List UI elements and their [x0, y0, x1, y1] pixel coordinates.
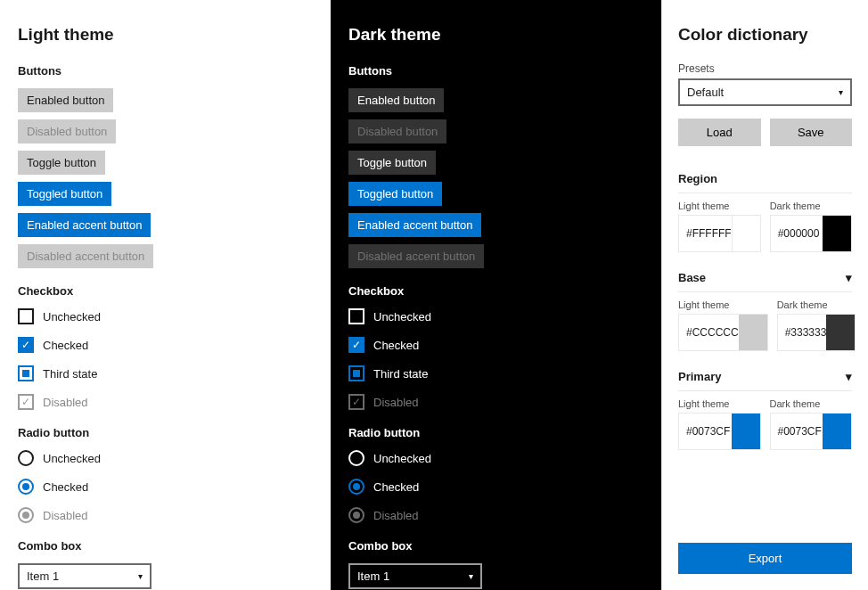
- radio-label: Checked: [43, 480, 88, 494]
- combo-value: Item 1: [27, 570, 59, 583]
- radio-icon: [18, 450, 34, 466]
- light-radio-label: Radio button: [18, 426, 313, 439]
- hex-value: #0073CF: [771, 414, 823, 449]
- radio-label: Unchecked: [43, 452, 101, 465]
- load-button[interactable]: Load: [678, 119, 761, 146]
- checkbox-third[interactable]: Third state: [18, 365, 313, 381]
- checkbox-box-icon: [18, 308, 34, 324]
- enabled-button[interactable]: Enabled button: [348, 88, 444, 112]
- group-region: Region ▾ Light theme #FFFFFF Dark theme …: [678, 164, 852, 254]
- toggled-button[interactable]: Toggled button: [18, 182, 111, 206]
- radio-checked[interactable]: Checked: [18, 479, 313, 495]
- export-button[interactable]: Export: [678, 543, 852, 574]
- hex-value: #000000: [771, 216, 823, 251]
- checkbox-label: Third state: [373, 367, 428, 381]
- group-base: Base ▾ Light theme #CCCCCC Dark theme #3…: [678, 263, 852, 353]
- checkbox-unchecked[interactable]: Unchecked: [18, 308, 313, 324]
- base-dark-swatch[interactable]: #333333: [777, 314, 856, 351]
- hex-value: #CCCCCC: [679, 315, 739, 350]
- radio-disabled: Disabled: [18, 507, 313, 523]
- checkbox-box-checked-icon: [18, 337, 34, 353]
- toggled-button[interactable]: Toggled button: [348, 182, 442, 206]
- enabled-accent-button[interactable]: Enabled accent button: [18, 213, 151, 237]
- enabled-accent-button[interactable]: Enabled accent button: [348, 213, 481, 237]
- light-title: Light theme: [18, 25, 313, 45]
- save-button[interactable]: Save: [770, 119, 853, 146]
- checkbox-disabled: Disabled: [18, 394, 313, 410]
- radio-unchecked[interactable]: Unchecked: [18, 450, 313, 466]
- checkbox-unchecked[interactable]: Unchecked: [348, 308, 643, 324]
- disabled-button: Disabled button: [18, 119, 116, 143]
- presets-value: Default: [687, 86, 724, 99]
- radio-unchecked[interactable]: Unchecked: [348, 450, 643, 466]
- base-light-swatch[interactable]: #CCCCCC: [678, 314, 768, 351]
- dark-preview: Dark theme Buttons Enabled button Disabl…: [331, 0, 661, 590]
- group-name: Primary: [678, 370, 721, 383]
- chevron-down-icon: ▾: [846, 271, 852, 284]
- checkbox-box-checked-icon: [348, 337, 364, 353]
- light-sub-label: Light theme: [678, 201, 761, 211]
- color-dictionary-panel: Color dictionary Presets Default ▾ Load …: [661, 0, 868, 590]
- radio-label: Disabled: [373, 509, 419, 522]
- radio-label: Checked: [373, 480, 419, 494]
- dark-sub-label: Dark theme: [777, 299, 856, 310]
- combo-box[interactable]: Item 1 ▾: [18, 563, 151, 589]
- checkbox-label: Third state: [43, 367, 97, 381]
- group-header-primary[interactable]: Primary ▾: [678, 363, 852, 391]
- hex-value: #0073CF: [679, 414, 732, 449]
- group-header-region[interactable]: Region ▾: [678, 165, 852, 193]
- region-light-swatch[interactable]: #FFFFFF: [678, 215, 761, 252]
- light-combo-label: Combo box: [18, 539, 313, 553]
- light-sub-label: Light theme: [678, 398, 761, 409]
- chevron-down-icon: ▾: [846, 370, 852, 383]
- dark-combo-label: Combo box: [348, 539, 643, 553]
- checkbox-box-icon: [348, 308, 364, 324]
- dark-buttons-label: Buttons: [348, 64, 643, 78]
- dark-checkbox-label: Checkbox: [348, 284, 643, 298]
- radio-on-icon: [348, 479, 364, 495]
- color-chip: [732, 216, 760, 251]
- enabled-button[interactable]: Enabled button: [18, 88, 113, 112]
- radio-disabled-icon: [18, 507, 34, 523]
- checkbox-box-disabled-icon: [348, 394, 364, 410]
- presets-label: Presets: [678, 62, 852, 75]
- checkbox-checked[interactable]: Checked: [348, 337, 643, 353]
- checkbox-checked[interactable]: Checked: [18, 337, 313, 353]
- presets-select[interactable]: Default ▾: [678, 78, 852, 106]
- group-name: Base: [678, 271, 706, 284]
- color-chip: [739, 315, 767, 350]
- color-chip: [732, 414, 760, 449]
- disabled-button: Disabled button: [348, 119, 446, 143]
- checkbox-third[interactable]: Third state: [348, 365, 643, 381]
- toggle-button[interactable]: Toggle button: [18, 151, 105, 175]
- radio-on-icon: [18, 479, 34, 495]
- disabled-accent-button: Disabled accent button: [348, 244, 484, 268]
- light-buttons-label: Buttons: [18, 64, 313, 78]
- radio-icon: [348, 450, 364, 466]
- checkbox-disabled: Disabled: [348, 394, 643, 410]
- radio-label: Disabled: [43, 509, 88, 522]
- combo-box[interactable]: Item 1 ▾: [348, 563, 482, 589]
- dark-radio-label: Radio button: [348, 426, 643, 439]
- checkbox-label: Checked: [373, 339, 419, 352]
- checkbox-box-third-icon: [348, 365, 364, 381]
- toggle-button[interactable]: Toggle button: [348, 151, 436, 175]
- primary-dark-swatch[interactable]: #0073CF: [770, 413, 853, 450]
- group-header-base[interactable]: Base ▾: [678, 264, 852, 292]
- light-sub-label: Light theme: [678, 299, 768, 310]
- radio-checked[interactable]: Checked: [348, 479, 643, 495]
- dark-title: Dark theme: [348, 25, 643, 45]
- primary-light-swatch[interactable]: #0073CF: [678, 413, 761, 450]
- group-primary: Primary ▾ Light theme #0073CF Dark theme…: [678, 362, 852, 452]
- hex-value: #333333: [778, 315, 827, 350]
- radio-label: Unchecked: [373, 452, 431, 465]
- checkbox-label: Disabled: [373, 396, 419, 409]
- color-chip: [826, 315, 855, 350]
- region-dark-swatch[interactable]: #000000: [770, 215, 852, 252]
- dark-sub-label: Dark theme: [770, 201, 852, 211]
- radio-disabled: Disabled: [348, 507, 643, 523]
- chevron-down-icon: ▾: [839, 87, 843, 97]
- chevron-down-icon: ▾: [469, 571, 473, 581]
- color-chip: [823, 216, 851, 251]
- group-name: Region: [678, 172, 717, 185]
